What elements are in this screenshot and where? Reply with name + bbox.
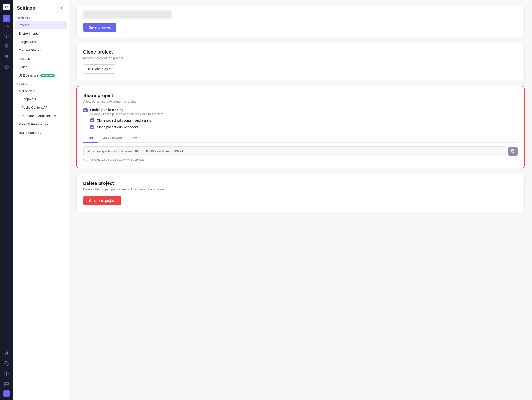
sidebar-item-roles-permissions[interactable]: Roles & Permissions xyxy=(15,120,67,128)
delete-project-button[interactable]: 🗑 Delete project xyxy=(83,196,121,205)
sidebar: Settings « GENERAL Project Environments … xyxy=(13,0,69,400)
workspace-avatar[interactable]: C xyxy=(3,15,10,22)
enable-public-cloning-sublabel: Anyone with the public clone link can cl… xyxy=(90,112,164,116)
sidebar-item-content-stages[interactable]: Content Stages xyxy=(15,46,67,54)
delete-project-section: Delete project Deletes the project perma… xyxy=(76,174,525,212)
clone-project-section: Clone project Makes a copy of the projec… xyxy=(76,43,525,80)
sidebar-item-locales[interactable]: Locales xyxy=(15,55,67,63)
clone-with-webhooks-checkbox[interactable] xyxy=(90,125,95,129)
tab-markdown[interactable]: MARKDOWN xyxy=(98,134,126,143)
user-avatar[interactable] xyxy=(3,390,10,397)
sidebar-item-permanent-auth-tokens[interactable]: Permanent Auth Tokens xyxy=(15,112,67,120)
copy-url-button[interactable] xyxy=(508,147,518,156)
clone-with-webhooks-label: Clone project with webhooks xyxy=(97,125,138,130)
clone-with-content-checkbox[interactable] xyxy=(90,118,95,123)
enable-public-cloning-checkbox[interactable] xyxy=(83,108,88,112)
tab-html[interactable]: HTML xyxy=(126,134,144,143)
sidebar-item-environments[interactable]: Environments xyxy=(15,30,67,38)
layers-icon[interactable] xyxy=(2,32,11,40)
clone-icon: ⧉ xyxy=(88,67,90,71)
enable-public-cloning-label: Enable public cloning xyxy=(90,108,164,112)
share-project-section: Share project Allow other users to clone… xyxy=(76,86,525,168)
clone-project-title: Clone project xyxy=(83,49,518,55)
help-icon[interactable] xyxy=(2,369,11,378)
sidebar-item-endpoints[interactable]: Endpoints xyxy=(15,95,67,103)
enable-public-cloning-labels: Enable public cloning Anyone with the pu… xyxy=(90,108,164,116)
share-tabs: URL MARKDOWN HTML xyxy=(83,134,518,143)
schema-icon[interactable] xyxy=(2,52,11,61)
blurred-project-name-input xyxy=(83,11,171,19)
sidebar-section-general: GENERAL xyxy=(13,14,69,21)
svg-rect-4 xyxy=(7,46,8,48)
save-changes-button[interactable]: Save changes xyxy=(83,23,116,32)
settings-icon[interactable] xyxy=(2,359,11,368)
sync-indicator: ⇄M xyxy=(4,24,9,28)
play-icon[interactable] xyxy=(2,63,11,71)
delete-project-title: Delete project xyxy=(83,181,518,186)
delete-project-desc: Deletes the project permanently. This ca… xyxy=(83,187,518,191)
sidebar-item-public-content-api[interactable]: Public Content API xyxy=(15,103,67,111)
clone-with-webhooks-row: Clone project with webhooks xyxy=(90,125,518,130)
sidebar-title: Settings xyxy=(17,5,35,11)
share-project-title: Share project xyxy=(83,93,518,98)
url-hint: i This URL can be shared to clone this p… xyxy=(83,158,518,161)
svg-rect-3 xyxy=(5,46,6,48)
sidebar-item-billing[interactable]: Billing xyxy=(15,63,67,71)
tab-url[interactable]: URL xyxy=(83,134,98,143)
clone-project-desc: Makes a copy of the project. xyxy=(83,56,518,60)
svg-rect-1 xyxy=(5,45,6,46)
preview-badge: PREVIEW xyxy=(40,74,54,77)
url-field-row xyxy=(83,146,518,156)
clone-with-content-row: Clone project with content and assets xyxy=(90,118,518,123)
svg-rect-12 xyxy=(512,150,514,153)
main-content: Save changes Clone project Makes a copy … xyxy=(69,0,532,400)
sidebar-collapse-button[interactable]: « xyxy=(58,5,65,11)
sidebar-item-project[interactable]: Project xyxy=(15,21,67,29)
delete-button-label: Delete project xyxy=(94,199,116,203)
info-icon: i xyxy=(83,158,87,161)
clone-with-content-label: Clone project with content and assets xyxy=(97,118,151,123)
webhook-icon[interactable] xyxy=(2,349,11,357)
sidebar-header: Settings « xyxy=(13,0,69,14)
url-input[interactable] xyxy=(83,146,507,156)
sidebar-item-ui-extensions[interactable]: UI Extensions PREVIEW xyxy=(15,71,67,79)
svg-rect-0 xyxy=(3,4,10,10)
svg-point-10 xyxy=(6,363,7,364)
svg-point-5 xyxy=(7,57,8,58)
app-logo[interactable] xyxy=(2,3,11,11)
clone-project-button[interactable]: ⧉ Clone project xyxy=(83,65,116,74)
sidebar-item-integrations[interactable]: Integrations xyxy=(15,38,67,46)
sidebar-item-api-access[interactable]: API Access xyxy=(15,87,67,95)
svg-rect-2 xyxy=(7,45,8,46)
sidebar-section-access: ACCESS xyxy=(13,80,69,87)
trash-icon: 🗑 xyxy=(89,199,92,203)
url-hint-text: This URL can be shared to clone this pro… xyxy=(88,158,144,161)
edit-icon[interactable] xyxy=(2,42,11,51)
sidebar-item-team-members[interactable]: Team Members xyxy=(15,129,67,137)
save-changes-section: Save changes xyxy=(76,6,525,37)
share-project-desc: Allow other users to clone this project. xyxy=(83,100,518,103)
icon-bar: C ⇄M xyxy=(0,0,13,400)
chat-icon[interactable] xyxy=(2,380,11,388)
clone-button-label: Clone project xyxy=(92,67,111,71)
enable-public-cloning-row: Enable public cloning Anyone with the pu… xyxy=(83,108,518,116)
